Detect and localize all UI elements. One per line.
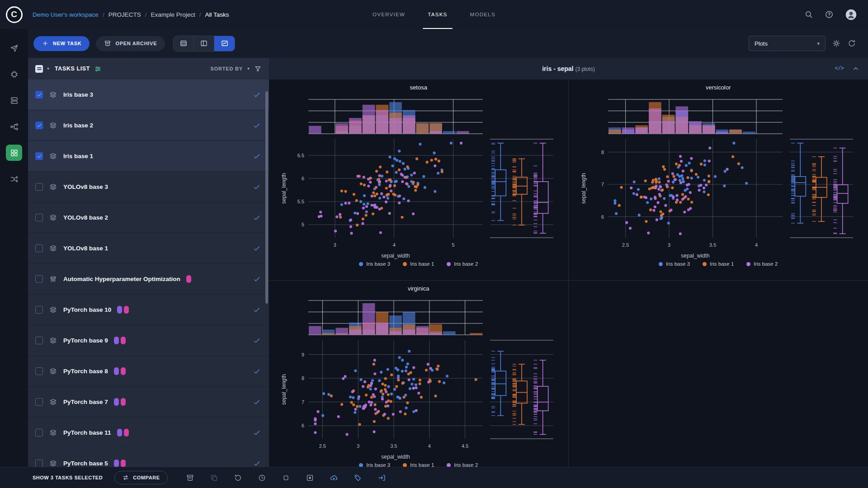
breadcrumb-item[interactable]: Example Project bbox=[151, 11, 195, 18]
compare-button[interactable]: COMPARE bbox=[114, 471, 168, 484]
chevron-down-icon[interactable]: ▾ bbox=[247, 66, 250, 71]
plot-canvas-versicolor[interactable] bbox=[578, 95, 859, 260]
task-checkbox[interactable] bbox=[35, 429, 43, 436]
rail-item-projects[interactable] bbox=[6, 145, 22, 161]
task-row[interactable]: PyTorch base 11 bbox=[28, 418, 269, 448]
filters-icon[interactable] bbox=[94, 65, 102, 73]
view-mode-plots-view[interactable] bbox=[214, 36, 235, 51]
legend-label: Iris base 1 bbox=[710, 261, 734, 267]
legend-label: Iris base 3 bbox=[366, 462, 390, 467]
task-checkbox[interactable] bbox=[35, 244, 43, 252]
task-row[interactable]: YOLOv8 base 3 bbox=[28, 172, 269, 202]
task-row[interactable]: Iris base 3 bbox=[28, 80, 269, 110]
abort-icon[interactable] bbox=[282, 474, 290, 482]
auto-refresh-icon[interactable] bbox=[847, 39, 856, 48]
clone-icon[interactable] bbox=[210, 474, 218, 482]
legend-item[interactable]: Iris base 3 bbox=[359, 261, 390, 267]
chevron-down-icon[interactable]: ▾ bbox=[47, 66, 49, 71]
task-name: Iris base 1 bbox=[63, 153, 93, 160]
view-mode-table-view[interactable] bbox=[174, 36, 194, 51]
task-row[interactable]: PyTorch base 8 bbox=[28, 356, 269, 387]
reset-icon[interactable] bbox=[258, 474, 266, 482]
archive-icon bbox=[104, 40, 111, 47]
tag-pill bbox=[114, 367, 119, 375]
task-checkbox[interactable] bbox=[35, 337, 43, 344]
task-row[interactable]: PyTorch base 7 bbox=[28, 387, 269, 418]
rail-item-pipelines[interactable] bbox=[6, 118, 22, 135]
select-all-checkbox[interactable] bbox=[35, 65, 43, 73]
plot-canvas-setosa[interactable] bbox=[278, 95, 559, 260]
legend-item[interactable]: Iris base 1 bbox=[403, 261, 434, 267]
scrollbar[interactable] bbox=[265, 91, 268, 304]
plot-canvas-virginica[interactable] bbox=[278, 296, 559, 461]
sorted-by-label[interactable]: SORTED BY bbox=[211, 66, 243, 71]
task-row[interactable]: PyTorch base 5 bbox=[28, 448, 269, 467]
task-checkbox[interactable] bbox=[35, 398, 43, 406]
task-row[interactable]: Automatic Hyperparameter Optimization bbox=[28, 264, 269, 295]
task-checkbox[interactable] bbox=[35, 367, 43, 375]
legend-item[interactable]: Iris base 3 bbox=[659, 261, 690, 267]
legend-item[interactable]: Iris base 1 bbox=[703, 261, 734, 267]
breadcrumb-item[interactable]: Demo User's workspace bbox=[33, 11, 99, 18]
task-checkbox[interactable] bbox=[35, 152, 43, 160]
clearml-logo[interactable]: C bbox=[0, 6, 28, 23]
breadcrumb-item[interactable]: PROJECTS bbox=[108, 11, 141, 18]
task-row[interactable]: PyTorch base 9 bbox=[28, 325, 269, 356]
archive-icon[interactable] bbox=[186, 474, 194, 482]
task-row[interactable]: Iris base 1 bbox=[28, 141, 269, 172]
tab-overview[interactable]: OVERVIEW bbox=[361, 0, 416, 29]
layers-icon bbox=[49, 428, 57, 437]
rail-item-datasets[interactable] bbox=[6, 92, 22, 108]
legend-item[interactable]: Iris base 2 bbox=[447, 261, 478, 267]
task-row[interactable]: YOLOv8 base 1 bbox=[28, 233, 269, 264]
task-checkbox[interactable] bbox=[35, 183, 43, 191]
details-view-dropdown[interactable]: Plots ▾ bbox=[749, 36, 826, 51]
task-checkbox[interactable] bbox=[35, 306, 43, 314]
task-checkbox[interactable] bbox=[35, 122, 43, 129]
task-row[interactable]: PyTorch base 10 bbox=[28, 295, 269, 325]
task-row[interactable]: YOLOv8 base 2 bbox=[28, 202, 269, 233]
legend-item[interactable]: Iris base 1 bbox=[403, 462, 434, 467]
view-mode-split-view[interactable] bbox=[194, 36, 214, 51]
breadcrumb-item[interactable]: All Tasks bbox=[205, 11, 229, 18]
enqueue-icon[interactable] bbox=[377, 474, 386, 482]
legend-dot bbox=[359, 463, 363, 467]
legend-item[interactable]: Iris base 2 bbox=[447, 462, 478, 467]
rail-item-launch[interactable] bbox=[6, 40, 22, 56]
tag-pill bbox=[114, 337, 119, 344]
add-tag-icon[interactable] bbox=[354, 474, 362, 482]
embed-code-icon[interactable]: </> bbox=[835, 66, 844, 72]
task-name: PyTorch base 11 bbox=[63, 429, 111, 436]
abort-all-icon[interactable] bbox=[306, 474, 314, 482]
rail-item-model-endpoints[interactable] bbox=[6, 66, 22, 82]
legend-item[interactable]: Iris base 3 bbox=[359, 462, 390, 467]
layers-icon bbox=[49, 459, 57, 467]
tasks-list-title: TASKS LIST bbox=[55, 66, 90, 72]
chevron-up-icon[interactable] bbox=[852, 65, 860, 73]
tab-tasks[interactable]: TASKS bbox=[416, 0, 458, 29]
filter-funnel-icon[interactable] bbox=[254, 65, 262, 73]
retry-icon[interactable] bbox=[234, 474, 242, 482]
legend-label: Iris base 3 bbox=[666, 261, 690, 267]
top-header: C Demo User's workspace/PROJECTS/Example… bbox=[0, 0, 868, 29]
task-name: YOLOv8 base 1 bbox=[63, 245, 108, 252]
breadcrumb: Demo User's workspace/PROJECTS/Example P… bbox=[33, 11, 229, 18]
search-icon[interactable] bbox=[804, 10, 813, 19]
task-checkbox[interactable] bbox=[35, 460, 43, 467]
selected-count-label: SHOW 3 TASKS SELECTED bbox=[33, 475, 103, 480]
task-checkbox[interactable] bbox=[35, 91, 43, 99]
new-task-button[interactable]: NEW TASK bbox=[33, 36, 90, 51]
tab-models[interactable]: MODELS bbox=[459, 0, 507, 29]
legend-item[interactable]: Iris base 2 bbox=[746, 261, 778, 267]
task-checkbox[interactable] bbox=[35, 275, 43, 283]
publish-icon[interactable] bbox=[330, 474, 338, 482]
task-checkbox[interactable] bbox=[35, 214, 43, 221]
settings-gear-icon[interactable] bbox=[832, 39, 841, 48]
help-icon[interactable] bbox=[825, 10, 834, 19]
open-archive-button[interactable]: OPEN ARCHIVE bbox=[96, 36, 165, 51]
rail-item-workers-queues[interactable] bbox=[6, 171, 22, 187]
task-name: PyTorch base 10 bbox=[63, 306, 111, 313]
tag-pill bbox=[117, 306, 122, 314]
user-avatar-icon[interactable] bbox=[845, 9, 857, 21]
task-row[interactable]: Iris base 2 bbox=[28, 110, 269, 141]
